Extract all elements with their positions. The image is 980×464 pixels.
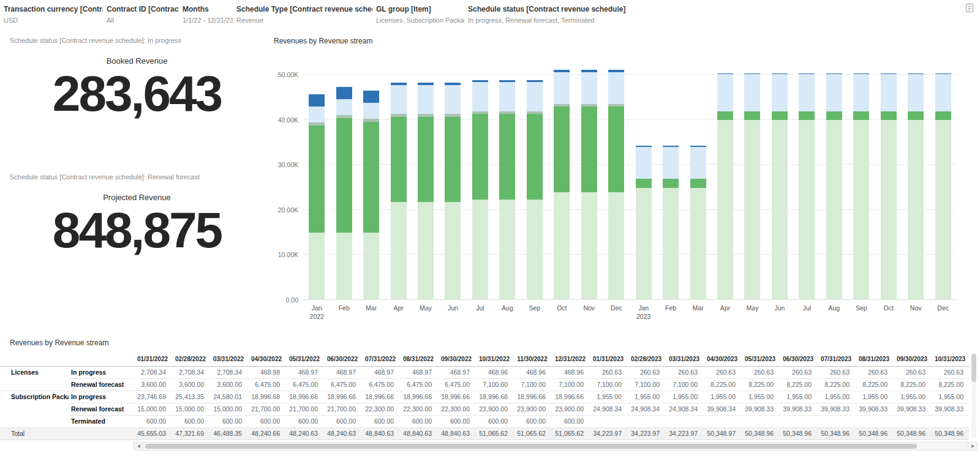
total-value-cell: 48,240.66 [247,427,285,440]
x-axis-label: Dec [603,304,630,320]
x-axis-label: Feb [330,304,357,320]
value-cell: 24,908.34 [627,403,665,415]
bar-segment [690,188,706,300]
table-row: Terminated600.00600.00600.00600.00600.00… [0,415,969,427]
value-cell: 468.98 [247,366,285,378]
x-axis-label: Jul [467,304,494,320]
value-cell: 1,955.00 [855,391,893,403]
filter-transaction-currency-contract[interactable]: Transaction currency [Contract]USD [4,5,103,24]
stacked-bar[interactable] [744,73,760,300]
vertical-scrollbar-thumb[interactable] [971,354,976,382]
bar-segment [608,192,624,300]
stacked-bar[interactable] [336,87,352,300]
filter-gl-group-item[interactable]: GL group [Item]Licenses, Subscription Pa… [376,5,464,24]
bar-segment [881,74,897,111]
filter-contract-id-contract[interactable]: Contract ID [Contract]All [107,5,179,24]
bar-segment [527,200,543,300]
value-cell [589,415,627,427]
value-cell: 21,700.00 [285,403,323,415]
bar-segment [663,188,679,300]
bar-segment [690,147,706,179]
bar-segment [418,117,434,203]
stacked-bar[interactable] [499,80,515,300]
stacked-bar[interactable] [581,70,597,300]
value-cell: 24,908.34 [589,403,627,415]
filter-label: Contract ID [Contract] [107,5,179,13]
filter-schedule-type-contract-revenue-schedule[interactable]: Schedule Type [Contract revenue schedule… [236,5,372,24]
value-cell: 39,908.33 [855,403,893,415]
table-row: Subscription PackageIn progress23,746.69… [0,391,969,403]
stacked-bar[interactable] [663,146,679,300]
stacked-bar[interactable] [363,91,379,300]
bar-segment [744,74,760,111]
value-cell: 260.63 [741,366,779,378]
stacked-bar[interactable] [690,146,706,300]
stacked-bar[interactable] [935,73,951,300]
bar-segment [908,111,924,120]
value-cell: 2,708.34 [209,366,247,378]
stacked-bar[interactable] [418,83,434,300]
value-cell: 468.97 [361,366,399,378]
bar-segment [935,120,951,300]
stacked-bar[interactable] [881,73,897,300]
kpi-value-projected-revenue: 848,875 [0,204,274,256]
value-cell: 600.00 [361,415,399,427]
date-column-header: 05/31/2022 [285,353,323,366]
bar-segment [881,111,897,120]
row-group-label: Licenses [0,366,69,391]
value-cell: 18,996.66 [323,391,361,403]
value-cell: 6,475.00 [323,378,361,391]
bar-column [821,61,848,300]
value-cell: 260.63 [665,366,703,378]
stacked-bar[interactable] [799,73,815,300]
horizontal-scrollbar[interactable] [134,442,978,451]
bar-segment [554,107,570,192]
plot-outer: Jan2022FebMarAprMayJunJulAugSepOctNovDec… [303,61,957,320]
value-cell: 468.97 [437,366,475,378]
right-arrow-icon [971,444,974,448]
stacked-bar[interactable] [853,73,869,300]
date-column-header: 05/31/2023 [741,353,779,366]
bar-segment [853,111,869,120]
stacked-bar[interactable] [608,70,624,300]
value-cell: 8,225.00 [741,378,779,391]
bar-segment [445,202,461,300]
row-status-label: Renewal forecast [69,403,134,415]
bar-segment [472,200,488,300]
stacked-bar[interactable] [527,80,543,300]
value-cell: 600.00 [437,415,475,427]
bar-segment [663,179,679,187]
scroll-left-button[interactable] [134,442,143,451]
bar-segment [826,120,842,300]
value-cell: 1,955.00 [779,391,817,403]
filter-schedule-status-contract-revenue-schedule[interactable]: Schedule status [Contract revenue schedu… [468,5,625,24]
value-cell: 7,100.00 [589,378,627,391]
stacked-bar[interactable] [472,80,488,300]
horizontal-scrollbar-track[interactable] [143,442,968,451]
date-column-header: 07/31/2023 [817,353,855,366]
stacked-bar[interactable] [772,73,788,300]
stacked-bar[interactable] [554,70,570,300]
value-cell: 600.00 [134,415,172,427]
stacked-bar[interactable] [309,94,325,300]
total-value-cell: 51,065.62 [551,427,589,440]
stacked-bar[interactable] [636,146,652,300]
stacked-bar[interactable] [826,73,842,300]
filter-months[interactable]: Months1/1/22 - 12/31/23 [183,5,233,24]
scroll-right-button[interactable] [968,442,978,451]
value-cell: 600.00 [285,415,323,427]
dashboard-content: Schedule status [Contract revenue schedu… [0,28,980,320]
export-button[interactable] [964,2,975,13]
date-column-header: 06/30/2023 [779,353,817,366]
vertical-scrollbar[interactable] [971,354,976,438]
y-axis-tick-label: 0.00 [286,296,298,304]
stacked-bar[interactable] [908,73,924,300]
value-cell: 600.00 [475,415,513,427]
stacked-bar[interactable] [391,83,407,300]
horizontal-scrollbar-thumb[interactable] [145,444,917,449]
value-cell: 1,955.00 [893,391,931,403]
stacked-bar[interactable] [445,83,461,300]
stacked-bar[interactable] [717,73,733,300]
total-value-cell: 50,348.96 [893,427,931,440]
total-value-cell: 50,348.96 [817,427,855,440]
